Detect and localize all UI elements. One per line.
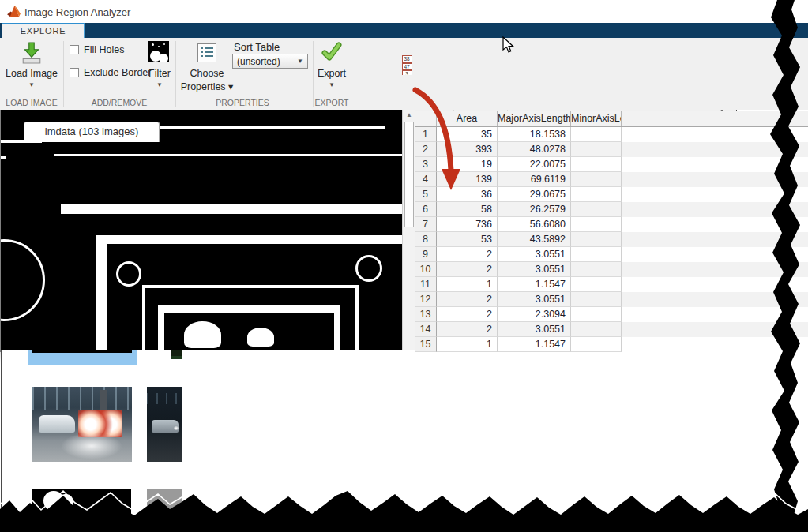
- export-caret-icon[interactable]: ▼: [313, 81, 351, 88]
- region-image-panel[interactable]: [1, 110, 402, 350]
- table-row[interactable]: 1023.0551: [415, 262, 808, 277]
- checkbox-icon[interactable]: [70, 45, 79, 54]
- analyzer-ribbon: EXPLORE: [0, 23, 808, 38]
- analyzer-window: Image Region Analyzer EXPLORE Load Image…: [0, 0, 611, 352]
- sort-table-label: Sort Table: [234, 41, 305, 53]
- thumbnail-gray-partial[interactable]: [147, 489, 182, 522]
- table-row[interactable]: 31922.0075: [415, 157, 808, 172]
- table-row[interactable]: 1322.3094: [415, 307, 808, 322]
- column-header-minor-axis[interactable]: MinorAxisLength: [571, 111, 622, 126]
- tab-explore[interactable]: EXPLORE: [2, 23, 85, 38]
- sort-table-dropdown[interactable]: (unsorted) ▼: [232, 54, 308, 69]
- filter-caret-icon[interactable]: ▼: [144, 81, 175, 88]
- dropdown-caret-icon: ▼: [297, 58, 303, 65]
- table-header-row: Area MajorAxisLength MinorAxisLength: [415, 111, 808, 127]
- group-label-load-image: LOAD IMAGE: [0, 98, 63, 107]
- group-label-add-remove: ADD/REMOVE: [63, 98, 175, 107]
- region-table-rows: 13518.1538239348.027831922.0075413969.61…: [415, 127, 808, 352]
- matlab-logo-icon: [7, 6, 21, 17]
- column-header-major-axis[interactable]: MajorAxisLength: [498, 111, 571, 126]
- choose-properties-button[interactable]: Choose: [183, 68, 231, 79]
- table-row[interactable]: 1511.1547: [415, 337, 808, 352]
- group-label-properties: PROPERTIES: [175, 98, 310, 107]
- load-image-download-icon: [21, 42, 42, 64]
- scroll-up-icon[interactable]: ▲: [404, 110, 415, 121]
- table-row[interactable]: 13518.1538: [415, 127, 808, 142]
- thumbnail-parking-garage-dark[interactable]: [147, 387, 182, 462]
- choose-properties-list-icon: [197, 43, 216, 62]
- load-image-caret-icon[interactable]: ▼: [0, 81, 63, 88]
- table-row[interactable]: 65826.2579: [415, 202, 808, 217]
- filter-button[interactable]: Filter: [144, 68, 175, 79]
- export-button[interactable]: Export: [313, 68, 351, 79]
- table-row[interactable]: 413969.6119: [415, 172, 808, 187]
- table-row[interactable]: 85343.5892: [415, 232, 808, 247]
- group-label-export2: EXPORT: [313, 98, 351, 107]
- table-row[interactable]: 239348.0278: [415, 142, 808, 157]
- table-row[interactable]: 53629.0675: [415, 187, 808, 202]
- content-tab-imdata[interactable]: imdata (103 images): [24, 122, 160, 142]
- table-row[interactable]: 1223.0551: [415, 292, 808, 307]
- analyzer-window-title: Image Region Analyzer: [24, 6, 130, 18]
- column-header-area[interactable]: Area: [437, 111, 498, 126]
- fill-holes-checkbox[interactable]: Fill Holes: [70, 44, 124, 55]
- load-image-button[interactable]: Load Image: [0, 68, 63, 79]
- checkbox-icon[interactable]: [70, 68, 79, 77]
- export-check-icon: [321, 42, 342, 62]
- exclude-border-checkbox[interactable]: Exclude Border: [70, 67, 151, 78]
- table-row[interactable]: 1111.1547: [415, 277, 808, 292]
- screenshot-stage: Image Browser - imdata (103 images) – □ …: [0, 0, 808, 532]
- table-row[interactable]: 923.0551: [415, 247, 808, 262]
- analyzer-title-bar[interactable]: Image Region Analyzer: [0, 0, 808, 23]
- region-table: Area MajorAxisLength MinorAxisLength 135…: [415, 111, 808, 532]
- filter-icon: [148, 41, 169, 62]
- table-row[interactable]: 1423.0551: [415, 322, 808, 337]
- table-row[interactable]: 773656.6080: [415, 217, 808, 232]
- thumbnail-parking-garage-headlights[interactable]: [32, 387, 132, 462]
- thumbnail-binary-partial[interactable]: [32, 489, 131, 522]
- image-scrollbar[interactable]: ▲: [402, 110, 415, 350]
